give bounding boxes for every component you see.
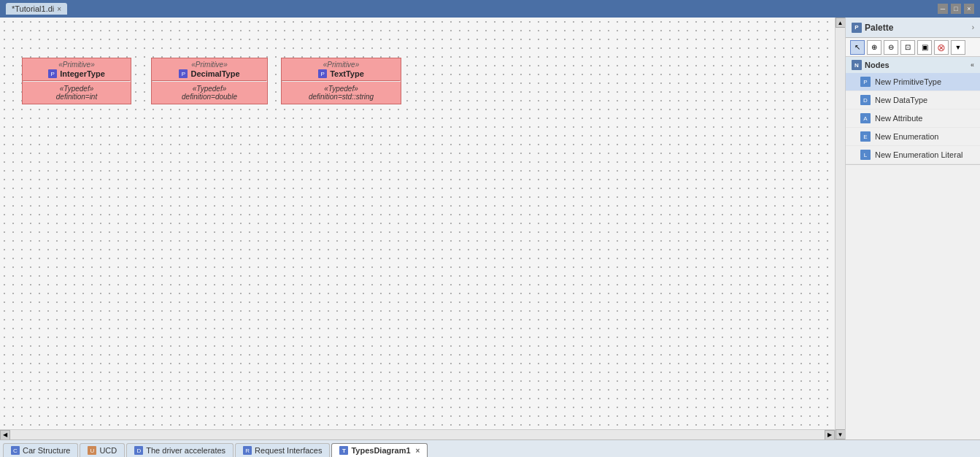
node-stereotype-decimal: «Primitive» xyxy=(152,58,267,69)
node-title-row-text: P TextType xyxy=(282,69,401,80)
palette-icon: P xyxy=(852,23,862,33)
node-typedef-integer: «Typedef» xyxy=(27,85,126,93)
node-decimal-type[interactable]: «Primitive» P DecimalType «Typedef» defi… xyxy=(151,58,268,104)
node-body-decimal: «Typedef» definition=double xyxy=(152,82,267,104)
nodes-header-label: Nodes xyxy=(865,61,890,69)
palette-nodes-header[interactable]: N Nodes « xyxy=(846,57,980,73)
title-bar: *Tutorial1.di × ─ □ × xyxy=(0,0,980,18)
scroll-left-arrow[interactable]: ◀ xyxy=(0,430,10,440)
palette-item-new-data-type[interactable]: D New DataType xyxy=(846,91,980,110)
close-window-button[interactable]: × xyxy=(964,4,974,14)
node-stereotype-integer: «Primitive» xyxy=(23,58,131,69)
node-typedef-text: «Typedef» xyxy=(286,85,396,93)
node-def-text: definition=std::string xyxy=(286,93,396,101)
palette-item-icon-primitive: P xyxy=(860,77,871,87)
palette-link-tool[interactable]: ⊗ xyxy=(934,40,949,55)
tab-icon-car: C xyxy=(11,446,20,455)
editor-tab[interactable]: *Tutorial1.di × xyxy=(6,3,67,15)
palette-label: Palette xyxy=(865,23,893,33)
title-bar-left: *Tutorial1.di × xyxy=(6,3,67,15)
tab-car-structure[interactable]: C Car Structure xyxy=(3,443,78,457)
node-typedef-decimal: «Typedef» xyxy=(156,85,263,93)
node-def-integer: definition=int xyxy=(27,93,126,101)
palette-item-new-enumeration[interactable]: E New Enumeration xyxy=(846,128,980,146)
nodes-collapse-icon[interactable]: « xyxy=(971,61,974,69)
node-title-text: TextType xyxy=(330,69,364,78)
scroll-up-arrow[interactable]: ▲ xyxy=(836,18,846,28)
scroll-down-arrow[interactable]: ▼ xyxy=(836,429,846,439)
canvas-scrollbar-horizontal[interactable]: ◀ ▶ xyxy=(0,429,835,439)
window-controls: ─ □ × xyxy=(938,4,974,14)
tab-icon-ucd: U xyxy=(88,446,96,455)
tab-driver-accelerates[interactable]: D The driver accelerates xyxy=(126,443,234,457)
tab-ucd[interactable]: U UCD xyxy=(80,443,125,457)
tab-label-request: Request Interfaces xyxy=(255,446,322,455)
palette-item-label-data: New DataType xyxy=(875,96,927,104)
palette-item-label-enum-lit: New Enumeration Literal xyxy=(875,150,962,159)
palette-expand-icon[interactable]: › xyxy=(972,23,974,31)
node-title-decimal: DecimalType xyxy=(190,69,239,78)
editor-tab-label: *Tutorial1.di xyxy=(12,4,54,13)
tab-label-car: Car Structure xyxy=(23,446,70,455)
node-title-row-decimal: P DecimalType xyxy=(152,69,267,80)
palette-item-new-primitive-type[interactable]: P New PrimitiveType xyxy=(846,73,980,91)
right-panel: P Palette › ↖ ⊕ ⊖ ⊡ ▣ ⊗ ▼ N Nodes « xyxy=(845,18,980,439)
tab-icon-request: R xyxy=(243,446,252,455)
palette-extra-tool[interactable]: ▼ xyxy=(951,40,965,55)
tab-label-driver: The driver accelerates xyxy=(146,446,225,455)
palette-item-icon-attribute: A xyxy=(860,113,871,123)
node-integer-type[interactable]: «Primitive» P IntegerType «Typedef» defi… xyxy=(22,58,131,104)
diagram-canvas[interactable]: «Primitive» P IntegerType «Typedef» defi… xyxy=(0,18,845,439)
palette-item-new-enumeration-literal[interactable]: L New Enumeration Literal xyxy=(846,146,980,164)
palette-item-new-attribute[interactable]: A New Attribute xyxy=(846,110,980,128)
palette-zoom-fit-tool[interactable]: ⊡ xyxy=(900,40,915,55)
palette-title: P Palette xyxy=(852,23,893,33)
palette-item-icon-enum: E xyxy=(860,131,871,142)
tab-icon-types: T xyxy=(339,446,348,455)
node-def-decimal: definition=double xyxy=(156,93,263,101)
palette-item-icon-enum-lit: L xyxy=(860,150,871,160)
palette-item-icon-data: D xyxy=(860,95,871,105)
tab-types-diagram[interactable]: T TypesDiagram1 × xyxy=(331,443,428,457)
scroll-right-arrow[interactable]: ▶ xyxy=(825,430,835,440)
node-icon-text: P xyxy=(318,69,327,78)
palette-item-label-primitive: New PrimitiveType xyxy=(875,77,941,86)
node-icon-decimal: P xyxy=(179,69,188,78)
palette-header: P Palette › xyxy=(846,18,980,38)
palette-zoom-in-tool[interactable]: ⊕ xyxy=(867,40,881,55)
palette-cursor-tool[interactable]: ↖ xyxy=(850,40,865,55)
tab-label-ucd: UCD xyxy=(99,446,117,455)
palette-nodes-section: N Nodes « P New PrimitiveType D New Data… xyxy=(846,57,980,165)
palette-zoom-sel-tool[interactable]: ▣ xyxy=(917,40,932,55)
nodes-header-icon: N xyxy=(852,60,862,70)
main-area: «Primitive» P IntegerType «Typedef» defi… xyxy=(0,18,980,439)
node-text-type[interactable]: «Primitive» P TextType «Typedef» definit… xyxy=(281,58,401,104)
node-body-text: «Typedef» definition=std::string xyxy=(282,82,401,104)
palette-item-label-attribute: New Attribute xyxy=(875,114,922,123)
node-icon-integer: P xyxy=(48,69,57,78)
node-title-row-integer: P IntegerType xyxy=(23,69,131,80)
tab-label-types: TypesDiagram1 xyxy=(351,446,410,455)
tab-bar: C Car Structure U UCD D The driver accel… xyxy=(0,439,980,457)
node-title-integer: IntegerType xyxy=(60,69,105,78)
palette-nodes-header-content: N Nodes xyxy=(852,60,890,70)
palette-toolbar: ↖ ⊕ ⊖ ⊡ ▣ ⊗ ▼ xyxy=(846,38,980,57)
palette-dropdown-tools: ▼ xyxy=(951,40,965,55)
minimize-button[interactable]: ─ xyxy=(938,4,948,14)
tab-request-interfaces[interactable]: R Request Interfaces xyxy=(235,443,330,457)
palette-zoom-out-tool[interactable]: ⊖ xyxy=(884,40,898,55)
tab-close-types[interactable]: × xyxy=(416,447,420,455)
canvas-scrollbar-vertical[interactable]: ▲ ▼ xyxy=(835,18,845,439)
palette-item-label-enum: New Enumeration xyxy=(875,132,938,141)
tab-icon-driver: D xyxy=(134,446,143,455)
node-stereotype-text: «Primitive» xyxy=(282,58,401,69)
node-body-integer: «Typedef» definition=int xyxy=(23,82,131,104)
editor-tab-close[interactable]: × xyxy=(57,5,61,13)
maximize-button[interactable]: □ xyxy=(951,4,961,14)
